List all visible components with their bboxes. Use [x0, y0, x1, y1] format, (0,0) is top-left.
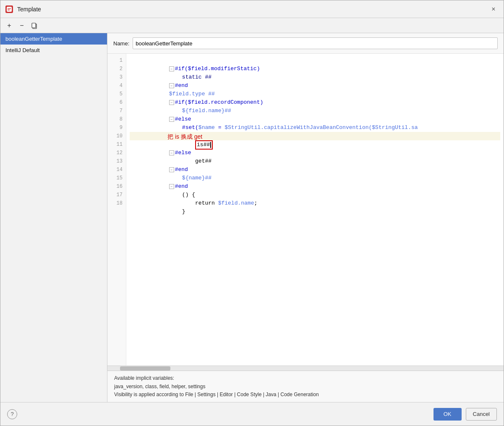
remove-button[interactable]: − [16, 20, 27, 31]
svg-rect-3 [8, 10, 10, 11]
code-line-4: $field.type ## [130, 82, 500, 90]
sidebar: booleanGetterTemplate IntelliJ Default [0, 33, 107, 402]
name-input[interactable] [133, 37, 498, 49]
footer-left: ? [7, 409, 17, 419]
horizontal-scrollbar[interactable] [107, 366, 504, 371]
sidebar-item-intellijdefault[interactable]: IntelliJ Default [0, 45, 107, 56]
copy-button[interactable] [29, 20, 40, 31]
code-content[interactable]: −#if($field.modifierStatic) static ## −#… [126, 54, 504, 366]
line-num-17: 17 [107, 191, 126, 199]
close-button[interactable]: × [488, 3, 499, 15]
cancel-button[interactable]: Cancel [466, 408, 497, 421]
code-line-3: −#end [130, 73, 500, 82]
name-label: Name: [113, 40, 129, 47]
title-bar-left: Template [5, 5, 41, 14]
code-line-9: − #if ($field.boolean && $field.primitiv… [130, 124, 500, 132]
app-icon [5, 5, 14, 14]
title-bar: Template × [0, 0, 504, 18]
line-num-9: 9 [107, 124, 126, 132]
line-num-6: 6 [107, 98, 126, 107]
add-button[interactable]: + [4, 20, 15, 31]
line-num-15: 15 [107, 174, 126, 182]
dialog: Template × + − booleanGetterTemplate Int… [0, 0, 504, 426]
bottom-bar: Available implicit variables: java_versi… [107, 371, 504, 402]
code-line-8: #set($name = $StringUtil.capitalizeWithJ… [130, 115, 500, 124]
ok-button[interactable]: OK [433, 408, 462, 421]
code-line-16: () { [130, 182, 500, 191]
line-numbers: 1 2 3 4 5 6 7 8 9 10 11 12 13 14 15 16 1 [107, 54, 126, 366]
code-line-6: ${field.name}## [130, 98, 500, 107]
code-line-7: −#else [130, 107, 500, 115]
line-num-5: 5 [107, 90, 126, 98]
sidebar-item-booleangettertemplate[interactable]: booleanGetterTemplate [0, 33, 107, 45]
bottom-info: Available implicit variables: java_versi… [114, 374, 497, 399]
scrollbar-thumb[interactable] [120, 366, 170, 371]
main-content: booleanGetterTemplate IntelliJ Default N… [0, 33, 504, 402]
bottom-info-line2: java_version, class, field, helper, sett… [114, 383, 497, 391]
code-line-10: is##把 is 换成 get [130, 132, 500, 140]
annotation-text: 把 is 换成 get [167, 132, 202, 141]
svg-rect-1 [7, 7, 12, 12]
help-button[interactable]: ? [7, 409, 17, 419]
code-line-14: ${name}## [130, 166, 500, 174]
footer-right: OK Cancel [433, 408, 497, 421]
dialog-title: Template [17, 6, 41, 13]
line-num-16: 16 [107, 182, 126, 191]
line-num-8: 8 [107, 115, 126, 124]
line-num-12: 12 [107, 149, 126, 157]
line-num-7: 7 [107, 107, 126, 115]
line-num-3: 3 [107, 73, 126, 82]
svg-rect-5 [32, 23, 36, 28]
code-editor: 1 2 3 4 5 6 7 8 9 10 11 12 13 14 15 16 1 [107, 54, 504, 366]
line-num-14: 14 [107, 166, 126, 174]
line-num-2: 2 [107, 65, 126, 73]
line-num-10: 10 [107, 132, 126, 140]
svg-rect-2 [8, 8, 11, 9]
toolbar: + − [0, 18, 504, 33]
code-line-1: −#if($field.modifierStatic) [130, 56, 500, 65]
editor-panel: Name: 1 2 3 4 5 6 7 8 9 10 11 12 [107, 33, 504, 402]
code-line-11: −#else [130, 140, 500, 149]
line-num-1: 1 [107, 56, 126, 65]
code-line-2: static ## [130, 65, 500, 73]
code-line-12: get## [130, 149, 500, 157]
line-num-4: 4 [107, 82, 126, 90]
code-line-13: −#end [130, 157, 500, 166]
code-line-17: return $field.name; [130, 191, 500, 199]
code-line-18: } [130, 199, 500, 208]
footer: ? OK Cancel [0, 402, 504, 426]
bottom-info-line1: Available implicit variables: [114, 374, 497, 382]
code-line-15: −#end [130, 174, 500, 182]
bottom-info-line3: Visibility is applied according to File … [114, 391, 497, 399]
code-line-5: −#if($field.recordComponent) [130, 90, 500, 98]
line-num-18: 18 [107, 199, 126, 208]
line-num-11: 11 [107, 140, 126, 149]
line-num-13: 13 [107, 157, 126, 166]
name-row: Name: [107, 33, 504, 54]
